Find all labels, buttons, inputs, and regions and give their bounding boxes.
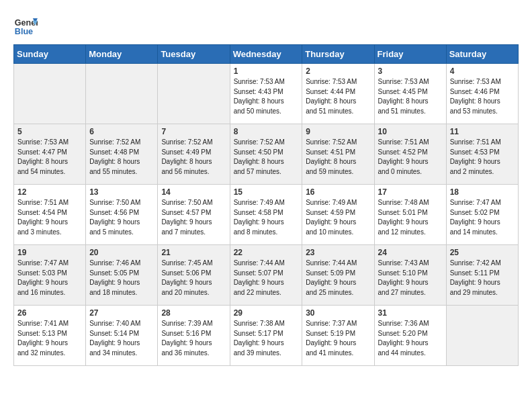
logo-icon: General Blue	[13, 13, 38, 38]
calendar-day-cell: 27Sunrise: 7:40 AM Sunset: 5:14 PM Dayli…	[86, 306, 158, 366]
day-info: Sunrise: 7:41 AM Sunset: 5:13 PM Dayligh…	[17, 319, 82, 358]
day-number: 5	[17, 127, 82, 136]
day-info: Sunrise: 7:36 AM Sunset: 5:20 PM Dayligh…	[378, 319, 443, 358]
day-number: 23	[306, 248, 370, 257]
day-info: Sunrise: 7:45 AM Sunset: 5:06 PM Dayligh…	[161, 259, 226, 298]
calendar-day-cell: 15Sunrise: 7:49 AM Sunset: 4:58 PM Dayli…	[230, 185, 302, 245]
day-info: Sunrise: 7:40 AM Sunset: 5:14 PM Dayligh…	[89, 319, 154, 358]
day-number: 25	[450, 248, 515, 257]
day-number: 2	[306, 66, 370, 76]
day-info: Sunrise: 7:47 AM Sunset: 5:02 PM Dayligh…	[450, 198, 515, 237]
day-info: Sunrise: 7:53 AM Sunset: 4:47 PM Dayligh…	[17, 138, 82, 177]
calendar-day-cell: 3Sunrise: 7:53 AM Sunset: 4:45 PM Daylig…	[374, 64, 446, 124]
calendar-day-cell: 21Sunrise: 7:45 AM Sunset: 5:06 PM Dayli…	[158, 245, 230, 306]
day-number: 12	[17, 187, 82, 197]
day-number: 11	[450, 127, 515, 136]
day-info: Sunrise: 7:53 AM Sunset: 4:46 PM Dayligh…	[450, 77, 515, 116]
calendar-day-cell: 2Sunrise: 7:53 AM Sunset: 4:44 PM Daylig…	[302, 64, 374, 124]
calendar-week-3: 12Sunrise: 7:51 AM Sunset: 4:54 PM Dayli…	[14, 185, 519, 245]
day-number: 31	[378, 308, 443, 318]
day-number: 19	[17, 248, 82, 257]
day-header-friday: Friday	[374, 45, 446, 64]
day-header-saturday: Saturday	[446, 45, 518, 64]
logo: General Blue	[13, 13, 40, 38]
calendar-day-cell: 20Sunrise: 7:46 AM Sunset: 5:05 PM Dayli…	[86, 245, 158, 306]
calendar-day-cell: 23Sunrise: 7:44 AM Sunset: 5:09 PM Dayli…	[302, 245, 374, 306]
day-info: Sunrise: 7:44 AM Sunset: 5:07 PM Dayligh…	[234, 259, 299, 298]
day-number: 29	[234, 308, 299, 318]
day-info: Sunrise: 7:52 AM Sunset: 4:49 PM Dayligh…	[161, 138, 226, 177]
calendar-day-cell: 9Sunrise: 7:52 AM Sunset: 4:51 PM Daylig…	[302, 124, 374, 185]
calendar-day-cell	[14, 64, 86, 124]
day-number: 7	[161, 127, 226, 136]
calendar-day-cell: 8Sunrise: 7:52 AM Sunset: 4:50 PM Daylig…	[230, 124, 302, 185]
day-header-thursday: Thursday	[302, 45, 374, 64]
day-info: Sunrise: 7:53 AM Sunset: 4:45 PM Dayligh…	[378, 77, 443, 116]
calendar-day-cell: 29Sunrise: 7:38 AM Sunset: 5:17 PM Dayli…	[230, 306, 302, 366]
page-header: General Blue	[13, 13, 519, 38]
day-info: Sunrise: 7:50 AM Sunset: 4:57 PM Dayligh…	[161, 198, 226, 237]
day-number: 9	[306, 127, 370, 136]
calendar-day-cell: 10Sunrise: 7:51 AM Sunset: 4:52 PM Dayli…	[374, 124, 446, 185]
calendar-day-cell	[446, 306, 518, 366]
calendar-day-cell: 30Sunrise: 7:37 AM Sunset: 5:19 PM Dayli…	[302, 306, 374, 366]
calendar-day-cell: 19Sunrise: 7:47 AM Sunset: 5:03 PM Dayli…	[14, 245, 86, 306]
calendar-day-cell: 28Sunrise: 7:39 AM Sunset: 5:16 PM Dayli…	[158, 306, 230, 366]
calendar-week-2: 5Sunrise: 7:53 AM Sunset: 4:47 PM Daylig…	[14, 124, 519, 185]
calendar-day-cell: 7Sunrise: 7:52 AM Sunset: 4:49 PM Daylig…	[158, 124, 230, 185]
calendar-day-cell: 1Sunrise: 7:53 AM Sunset: 4:43 PM Daylig…	[230, 64, 302, 124]
day-info: Sunrise: 7:38 AM Sunset: 5:17 PM Dayligh…	[234, 319, 299, 358]
day-number: 14	[161, 187, 226, 197]
day-number: 24	[378, 248, 443, 257]
day-header-monday: Monday	[86, 45, 158, 64]
day-info: Sunrise: 7:52 AM Sunset: 4:51 PM Dayligh…	[306, 138, 370, 177]
calendar-header-row: SundayMondayTuesdayWednesdayThursdayFrid…	[14, 45, 519, 64]
day-info: Sunrise: 7:39 AM Sunset: 5:16 PM Dayligh…	[161, 319, 226, 358]
day-number: 26	[17, 308, 82, 318]
calendar-day-cell	[86, 64, 158, 124]
calendar-day-cell: 17Sunrise: 7:48 AM Sunset: 5:01 PM Dayli…	[374, 185, 446, 245]
calendar-day-cell: 25Sunrise: 7:42 AM Sunset: 5:11 PM Dayli…	[446, 245, 518, 306]
day-number: 15	[234, 187, 299, 197]
day-info: Sunrise: 7:42 AM Sunset: 5:11 PM Dayligh…	[450, 259, 515, 298]
calendar-week-1: 1Sunrise: 7:53 AM Sunset: 4:43 PM Daylig…	[14, 64, 519, 124]
day-number: 3	[378, 66, 443, 76]
calendar-day-cell: 11Sunrise: 7:51 AM Sunset: 4:53 PM Dayli…	[446, 124, 518, 185]
day-info: Sunrise: 7:46 AM Sunset: 5:05 PM Dayligh…	[89, 259, 154, 298]
calendar-day-cell: 31Sunrise: 7:36 AM Sunset: 5:20 PM Dayli…	[374, 306, 446, 366]
day-number: 28	[161, 308, 226, 318]
calendar-day-cell: 14Sunrise: 7:50 AM Sunset: 4:57 PM Dayli…	[158, 185, 230, 245]
day-info: Sunrise: 7:37 AM Sunset: 5:19 PM Dayligh…	[306, 319, 370, 358]
day-number: 17	[378, 187, 443, 197]
calendar-day-cell: 12Sunrise: 7:51 AM Sunset: 4:54 PM Dayli…	[14, 185, 86, 245]
calendar-week-4: 19Sunrise: 7:47 AM Sunset: 5:03 PM Dayli…	[14, 245, 519, 306]
day-info: Sunrise: 7:49 AM Sunset: 4:58 PM Dayligh…	[234, 198, 299, 237]
day-info: Sunrise: 7:44 AM Sunset: 5:09 PM Dayligh…	[306, 259, 370, 298]
day-info: Sunrise: 7:52 AM Sunset: 4:50 PM Dayligh…	[234, 138, 299, 177]
day-header-sunday: Sunday	[14, 45, 86, 64]
day-number: 21	[161, 248, 226, 257]
day-info: Sunrise: 7:53 AM Sunset: 4:43 PM Dayligh…	[234, 77, 299, 116]
calendar-day-cell: 24Sunrise: 7:43 AM Sunset: 5:10 PM Dayli…	[374, 245, 446, 306]
day-info: Sunrise: 7:50 AM Sunset: 4:56 PM Dayligh…	[89, 198, 154, 237]
day-number: 27	[89, 308, 154, 318]
day-number: 22	[234, 248, 299, 257]
day-number: 10	[378, 127, 443, 136]
calendar-day-cell: 26Sunrise: 7:41 AM Sunset: 5:13 PM Dayli…	[14, 306, 86, 366]
day-header-wednesday: Wednesday	[230, 45, 302, 64]
day-number: 8	[234, 127, 299, 136]
calendar-table: SundayMondayTuesdayWednesdayThursdayFrid…	[13, 44, 519, 366]
calendar-day-cell: 22Sunrise: 7:44 AM Sunset: 5:07 PM Dayli…	[230, 245, 302, 306]
day-info: Sunrise: 7:48 AM Sunset: 5:01 PM Dayligh…	[378, 198, 443, 237]
day-number: 18	[450, 187, 515, 197]
svg-text:Blue: Blue	[15, 27, 33, 36]
day-info: Sunrise: 7:51 AM Sunset: 4:53 PM Dayligh…	[450, 138, 515, 177]
day-info: Sunrise: 7:53 AM Sunset: 4:44 PM Dayligh…	[306, 77, 370, 116]
day-info: Sunrise: 7:43 AM Sunset: 5:10 PM Dayligh…	[378, 259, 443, 298]
calendar-day-cell: 16Sunrise: 7:49 AM Sunset: 4:59 PM Dayli…	[302, 185, 374, 245]
day-header-tuesday: Tuesday	[158, 45, 230, 64]
calendar-day-cell: 6Sunrise: 7:52 AM Sunset: 4:48 PM Daylig…	[86, 124, 158, 185]
calendar-day-cell: 5Sunrise: 7:53 AM Sunset: 4:47 PM Daylig…	[14, 124, 86, 185]
day-info: Sunrise: 7:52 AM Sunset: 4:48 PM Dayligh…	[89, 138, 154, 177]
day-number: 4	[450, 66, 515, 76]
